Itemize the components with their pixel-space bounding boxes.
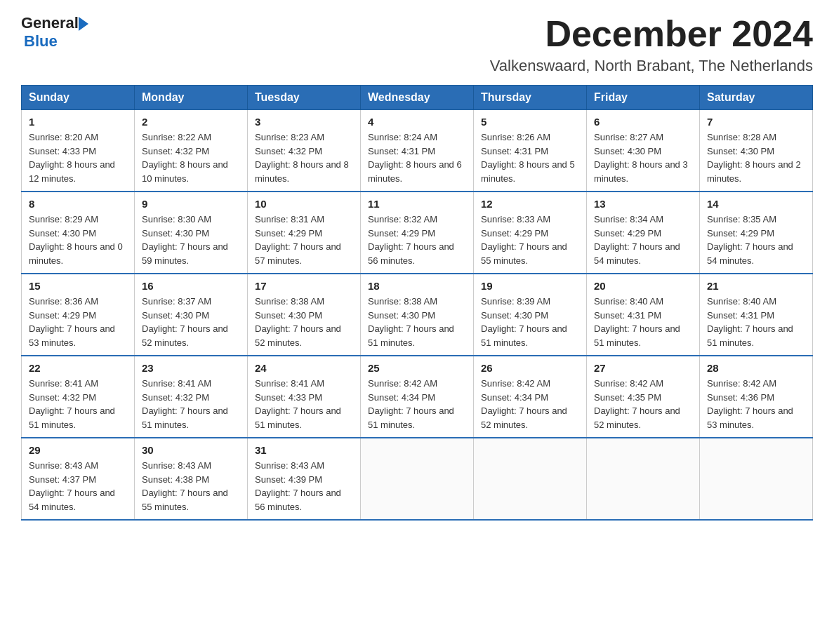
calendar-day-cell: 29 Sunrise: 8:43 AMSunset: 4:37 PMDaylig… xyxy=(22,438,135,520)
day-number: 26 xyxy=(481,362,579,374)
day-info: Sunrise: 8:43 AMSunset: 4:38 PMDaylight:… xyxy=(142,459,240,514)
day-number: 10 xyxy=(255,198,353,210)
day-info: Sunrise: 8:34 AMSunset: 4:29 PMDaylight:… xyxy=(594,213,692,267)
day-number: 24 xyxy=(255,362,353,374)
calendar-day-cell: 19 Sunrise: 8:39 AMSunset: 4:30 PMDaylig… xyxy=(474,274,587,356)
day-number: 8 xyxy=(29,198,127,210)
day-info: Sunrise: 8:42 AMSunset: 4:34 PMDaylight:… xyxy=(368,377,466,431)
calendar-day-cell: 24 Sunrise: 8:41 AMSunset: 4:33 PMDaylig… xyxy=(248,356,361,438)
calendar-day-cell: 27 Sunrise: 8:42 AMSunset: 4:35 PMDaylig… xyxy=(587,356,700,438)
day-info: Sunrise: 8:40 AMSunset: 4:31 PMDaylight:… xyxy=(594,295,692,349)
day-info: Sunrise: 8:38 AMSunset: 4:30 PMDaylight:… xyxy=(255,295,353,349)
day-number: 6 xyxy=(594,116,692,128)
weekday-header-saturday: Saturday xyxy=(700,86,813,110)
calendar-day-cell: 30 Sunrise: 8:43 AMSunset: 4:38 PMDaylig… xyxy=(135,438,248,520)
day-info: Sunrise: 8:26 AMSunset: 4:31 PMDaylight:… xyxy=(481,130,579,185)
page-header: General Blue December 2024 Valkenswaard,… xyxy=(21,14,813,75)
calendar-subtitle: Valkenswaard, North Brabant, The Netherl… xyxy=(490,57,813,75)
calendar-day-cell: 11 Sunrise: 8:32 AMSunset: 4:29 PMDaylig… xyxy=(361,192,474,274)
calendar-day-cell xyxy=(700,438,813,520)
calendar-day-cell: 4 Sunrise: 8:24 AMSunset: 4:31 PMDayligh… xyxy=(361,110,474,192)
day-info: Sunrise: 8:28 AMSunset: 4:30 PMDaylight:… xyxy=(707,130,805,185)
day-number: 5 xyxy=(481,116,579,128)
day-info: Sunrise: 8:20 AMSunset: 4:33 PMDaylight:… xyxy=(29,130,127,185)
calendar-day-cell: 21 Sunrise: 8:40 AMSunset: 4:31 PMDaylig… xyxy=(700,274,813,356)
day-number: 19 xyxy=(481,280,579,292)
day-info: Sunrise: 8:23 AMSunset: 4:32 PMDaylight:… xyxy=(255,130,353,185)
calendar-week-row: 8 Sunrise: 8:29 AMSunset: 4:30 PMDayligh… xyxy=(22,192,813,274)
calendar-header: SundayMondayTuesdayWednesdayThursdayFrid… xyxy=(22,86,813,110)
day-info: Sunrise: 8:41 AMSunset: 4:32 PMDaylight:… xyxy=(142,377,240,431)
day-number: 25 xyxy=(368,362,466,374)
day-info: Sunrise: 8:24 AMSunset: 4:31 PMDaylight:… xyxy=(368,130,466,185)
day-info: Sunrise: 8:39 AMSunset: 4:30 PMDaylight:… xyxy=(481,295,579,349)
weekday-header-thursday: Thursday xyxy=(474,86,587,110)
day-number: 17 xyxy=(255,280,353,292)
calendar-week-row: 15 Sunrise: 8:36 AMSunset: 4:29 PMDaylig… xyxy=(22,274,813,356)
calendar-week-row: 29 Sunrise: 8:43 AMSunset: 4:37 PMDaylig… xyxy=(22,438,813,520)
day-number: 2 xyxy=(142,116,240,128)
calendar-day-cell: 3 Sunrise: 8:23 AMSunset: 4:32 PMDayligh… xyxy=(248,110,361,192)
day-number: 9 xyxy=(142,198,240,210)
weekday-header-tuesday: Tuesday xyxy=(248,86,361,110)
calendar-day-cell: 31 Sunrise: 8:43 AMSunset: 4:39 PMDaylig… xyxy=(248,438,361,520)
calendar-day-cell: 23 Sunrise: 8:41 AMSunset: 4:32 PMDaylig… xyxy=(135,356,248,438)
day-info: Sunrise: 8:27 AMSunset: 4:30 PMDaylight:… xyxy=(594,130,692,185)
calendar-body: 1 Sunrise: 8:20 AMSunset: 4:33 PMDayligh… xyxy=(22,110,813,521)
day-number: 1 xyxy=(29,116,127,128)
calendar-day-cell xyxy=(587,438,700,520)
calendar-day-cell xyxy=(474,438,587,520)
calendar-day-cell: 25 Sunrise: 8:42 AMSunset: 4:34 PMDaylig… xyxy=(361,356,474,438)
calendar-day-cell: 9 Sunrise: 8:30 AMSunset: 4:30 PMDayligh… xyxy=(135,192,248,274)
day-info: Sunrise: 8:33 AMSunset: 4:29 PMDaylight:… xyxy=(481,213,579,267)
day-info: Sunrise: 8:30 AMSunset: 4:30 PMDaylight:… xyxy=(142,213,240,267)
calendar-day-cell: 28 Sunrise: 8:42 AMSunset: 4:36 PMDaylig… xyxy=(700,356,813,438)
day-number: 16 xyxy=(142,280,240,292)
calendar-day-cell xyxy=(361,438,474,520)
weekday-header-wednesday: Wednesday xyxy=(361,86,474,110)
calendar-day-cell: 5 Sunrise: 8:26 AMSunset: 4:31 PMDayligh… xyxy=(474,110,587,192)
day-info: Sunrise: 8:35 AMSunset: 4:29 PMDaylight:… xyxy=(707,213,805,267)
day-info: Sunrise: 8:32 AMSunset: 4:29 PMDaylight:… xyxy=(368,213,466,267)
calendar-day-cell: 6 Sunrise: 8:27 AMSunset: 4:30 PMDayligh… xyxy=(587,110,700,192)
calendar-day-cell: 7 Sunrise: 8:28 AMSunset: 4:30 PMDayligh… xyxy=(700,110,813,192)
logo-blue: Blue xyxy=(24,32,58,51)
calendar-day-cell: 13 Sunrise: 8:34 AMSunset: 4:29 PMDaylig… xyxy=(587,192,700,274)
weekday-header-monday: Monday xyxy=(135,86,248,110)
day-info: Sunrise: 8:36 AMSunset: 4:29 PMDaylight:… xyxy=(29,295,127,349)
calendar-day-cell: 8 Sunrise: 8:29 AMSunset: 4:30 PMDayligh… xyxy=(22,192,135,274)
day-number: 4 xyxy=(368,116,466,128)
weekday-header-friday: Friday xyxy=(587,86,700,110)
day-info: Sunrise: 8:41 AMSunset: 4:33 PMDaylight:… xyxy=(255,377,353,431)
calendar-title: December 2024 xyxy=(490,14,813,54)
calendar-day-cell: 26 Sunrise: 8:42 AMSunset: 4:34 PMDaylig… xyxy=(474,356,587,438)
day-info: Sunrise: 8:43 AMSunset: 4:39 PMDaylight:… xyxy=(255,459,353,514)
day-info: Sunrise: 8:42 AMSunset: 4:34 PMDaylight:… xyxy=(481,377,579,431)
weekday-header-sunday: Sunday xyxy=(22,86,135,110)
calendar-day-cell: 20 Sunrise: 8:40 AMSunset: 4:31 PMDaylig… xyxy=(587,274,700,356)
day-info: Sunrise: 8:41 AMSunset: 4:32 PMDaylight:… xyxy=(29,377,127,431)
day-number: 15 xyxy=(29,280,127,292)
day-info: Sunrise: 8:29 AMSunset: 4:30 PMDaylight:… xyxy=(29,213,127,267)
day-number: 28 xyxy=(707,362,805,374)
calendar-day-cell: 22 Sunrise: 8:41 AMSunset: 4:32 PMDaylig… xyxy=(22,356,135,438)
day-info: Sunrise: 8:42 AMSunset: 4:36 PMDaylight:… xyxy=(707,377,805,431)
day-number: 21 xyxy=(707,280,805,292)
day-number: 14 xyxy=(707,198,805,210)
day-number: 18 xyxy=(368,280,466,292)
day-number: 22 xyxy=(29,362,127,374)
calendar-day-cell: 16 Sunrise: 8:37 AMSunset: 4:30 PMDaylig… xyxy=(135,274,248,356)
calendar-week-row: 1 Sunrise: 8:20 AMSunset: 4:33 PMDayligh… xyxy=(22,110,813,192)
day-number: 7 xyxy=(707,116,805,128)
calendar-day-cell: 18 Sunrise: 8:38 AMSunset: 4:30 PMDaylig… xyxy=(361,274,474,356)
calendar-day-cell: 17 Sunrise: 8:38 AMSunset: 4:30 PMDaylig… xyxy=(248,274,361,356)
day-number: 29 xyxy=(29,444,127,456)
calendar-day-cell: 14 Sunrise: 8:35 AMSunset: 4:29 PMDaylig… xyxy=(700,192,813,274)
day-info: Sunrise: 8:31 AMSunset: 4:29 PMDaylight:… xyxy=(255,213,353,267)
calendar-day-cell: 12 Sunrise: 8:33 AMSunset: 4:29 PMDaylig… xyxy=(474,192,587,274)
day-number: 20 xyxy=(594,280,692,292)
day-number: 3 xyxy=(255,116,353,128)
logo-arrow-icon xyxy=(79,17,88,31)
calendar-table: SundayMondayTuesdayWednesdayThursdayFrid… xyxy=(21,85,813,521)
logo-general: General xyxy=(21,14,79,32)
